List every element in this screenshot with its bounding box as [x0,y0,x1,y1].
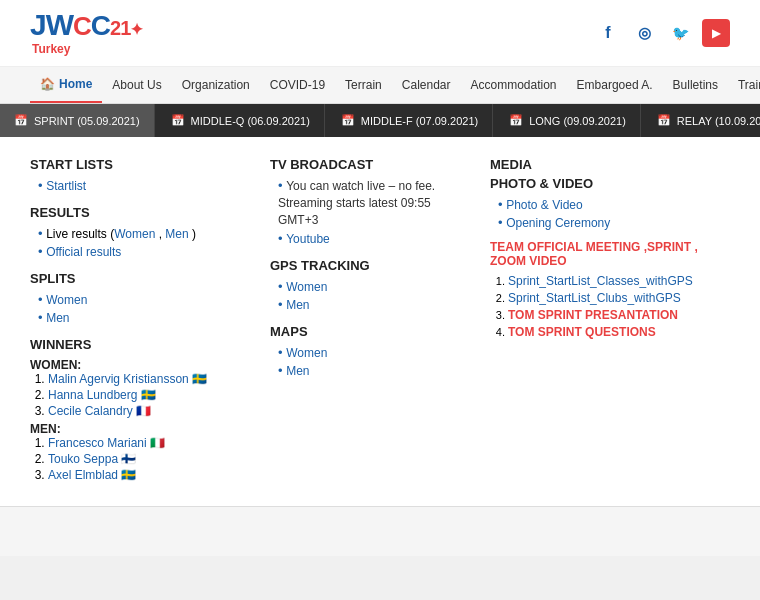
tv-broadcast-title: TV BROADCAST [270,157,470,172]
tab-sprint[interactable]: 📅 SPRINT (05.09.2021) [0,104,155,137]
tab-bar: 📅 SPRINT (05.09.2021) 📅 MIDDLE-Q (06.09.… [0,104,760,137]
nav-covid[interactable]: COVID-19 [260,68,335,102]
nav-organization[interactable]: Organization [172,68,260,102]
twitter-icon[interactable]: 🐦 [666,19,694,47]
main-content: START LISTS Startlist RESULTS Live resul… [0,137,760,506]
nav-home[interactable]: 🏠 Home [30,67,102,103]
comma: , [155,227,165,241]
flag-m2: 🇫🇮 [121,452,136,466]
official-results-item: Official results [38,244,250,259]
live-results-item: Live results (Women , Men ) [38,226,250,241]
splits-women-link[interactable]: Women [46,293,87,307]
list-item: Francesco Mariani 🇮🇹 [48,436,250,450]
logo-text: JWCC21✦ [30,10,142,40]
maps-women-item: Women [278,345,470,360]
zoom-link-2[interactable]: Sprint_StartList_Clubs_withGPS [508,291,681,305]
zoom-link-3[interactable]: TOM SPRINT PRESANTATION [508,308,678,322]
zoom-item-4: TOM SPRINT QUESTIONS [508,325,730,339]
live-results-label: Live results ( [46,227,114,241]
flag-w2: 🇸🇪 [141,388,156,402]
splits-men-link[interactable]: Men [46,311,69,325]
tab-middle-f[interactable]: 📅 MIDDLE-F (07.09.2021) [327,104,493,137]
left-column: START LISTS Startlist RESULTS Live resul… [30,157,250,486]
men-winners-label: MEN: [30,422,250,436]
broadcast-youtube-item: Youtube [278,231,470,246]
top-bar: JWCC21✦ Turkey f ◎ 🐦 ▶ [0,0,760,67]
gps-tracking-title: GPS TRACKING [270,258,470,273]
start-lists-list: Startlist [30,178,250,193]
gps-men-link[interactable]: Men [286,298,309,312]
logo-turkey: Turkey [32,42,70,56]
tab-long[interactable]: 📅 LONG (09.09.2021) [495,104,641,137]
calendar-icon-2: 📅 [341,114,355,127]
maps-women-link[interactable]: Women [286,346,327,360]
nav-accommodation[interactable]: Accommodation [461,68,567,102]
nav-bulletins[interactable]: Bulletins [663,68,728,102]
zoom-item-3: TOM SPRINT PRESANTATION [508,308,730,322]
gps-tracking-list: Women Men [270,279,470,312]
logo-area: JWCC21✦ Turkey [30,10,142,56]
list-item: Startlist [38,178,250,193]
calendar-icon-4: 📅 [657,114,671,127]
gps-women-link[interactable]: Women [286,280,327,294]
nav-about[interactable]: About Us [102,68,171,102]
winner-w1-link[interactable]: Malin Agervig Kristiansson 🇸🇪 [48,372,207,386]
zoom-link-4[interactable]: TOM SPRINT QUESTIONS [508,325,656,339]
startlist-link[interactable]: Startlist [46,179,86,193]
nav-terrain[interactable]: Terrain [335,68,392,102]
winner-m3-link[interactable]: Axel Elmblad 🇸🇪 [48,468,136,482]
nav-calendar[interactable]: Calendar [392,68,461,102]
footer-bar [0,506,760,556]
winner-w2-link[interactable]: Hanna Lundberg 🇸🇪 [48,388,156,402]
list-item: Hanna Lundberg 🇸🇪 [48,388,250,402]
media-title: MEDIA [490,157,730,172]
instagram-icon[interactable]: ◎ [630,19,658,47]
official-results-link[interactable]: Official results [46,245,121,259]
results-title: RESULTS [30,205,250,220]
nav-embargoed[interactable]: Embargoed A. [567,68,663,102]
broadcast-text-1: You can watch live – no fee. [286,179,435,193]
list-item: Touko Seppa 🇫🇮 [48,452,250,466]
splits-title: SPLITS [30,271,250,286]
men-results-link[interactable]: Men [165,227,188,241]
splits-men-item: Men [38,310,250,325]
zoom-item-1: Sprint_StartList_Classes_withGPS [508,274,730,288]
winner-m1-link[interactable]: Francesco Mariani 🇮🇹 [48,436,165,450]
women-winners-label: WOMEN: [30,358,250,372]
women-results-link[interactable]: Women [114,227,155,241]
flag-m3: 🇸🇪 [121,468,136,482]
winner-w3-link[interactable]: Cecile Calandry 🇫🇷 [48,404,151,418]
splits-list: Women Men [30,292,250,325]
maps-list: Women Men [270,345,470,378]
list-item: Malin Agervig Kristiansson 🇸🇪 [48,372,250,386]
photo-video-item: Photo & Video [498,197,730,212]
gps-women-item: Women [278,279,470,294]
opening-ceremony-link[interactable]: Opening Ceremony [506,216,610,230]
tab-relay[interactable]: 📅 RELAY (10.09.2021) [643,104,760,137]
nav-training[interactable]: Training Pos. [728,68,760,102]
maps-men-link[interactable]: Men [286,364,309,378]
flag-w1: 🇸🇪 [192,372,207,386]
calendar-icon-1: 📅 [171,114,185,127]
zoom-video-list: Sprint_StartList_Classes_withGPS Sprint_… [490,274,730,339]
photo-video-title: PHOTO & VIDEO [490,176,730,191]
team-official-label: TEAM OFFICIAL MEETING ,SPRINT , ZOOM VID… [490,240,730,268]
right-column: MEDIA PHOTO & VIDEO Photo & Video Openin… [490,157,730,486]
tab-middle-q[interactable]: 📅 MIDDLE-Q (06.09.2021) [157,104,325,137]
home-icon: 🏠 [40,77,55,91]
broadcast-item-1: You can watch live – no fee. Streaming s… [278,178,470,228]
social-icons: f ◎ 🐦 ▶ [594,19,730,47]
winner-m2-link[interactable]: Touko Seppa 🇫🇮 [48,452,136,466]
splits-women-item: Women [38,292,250,307]
nav-bar: 🏠 Home About Us Organization COVID-19 Te… [0,67,760,104]
start-lists-title: START LISTS [30,157,250,172]
media-photo-list: Photo & Video Opening Ceremony [490,197,730,230]
middle-column: TV BROADCAST You can watch live – no fee… [270,157,470,486]
youtube-link[interactable]: Youtube [286,232,330,246]
youtube-icon[interactable]: ▶ [702,19,730,47]
zoom-link-1[interactable]: Sprint_StartList_Classes_withGPS [508,274,693,288]
gps-men-item: Men [278,297,470,312]
facebook-icon[interactable]: f [594,19,622,47]
women-winners-list: Malin Agervig Kristiansson 🇸🇪 Hanna Lund… [30,372,250,418]
photo-video-link[interactable]: Photo & Video [506,198,583,212]
